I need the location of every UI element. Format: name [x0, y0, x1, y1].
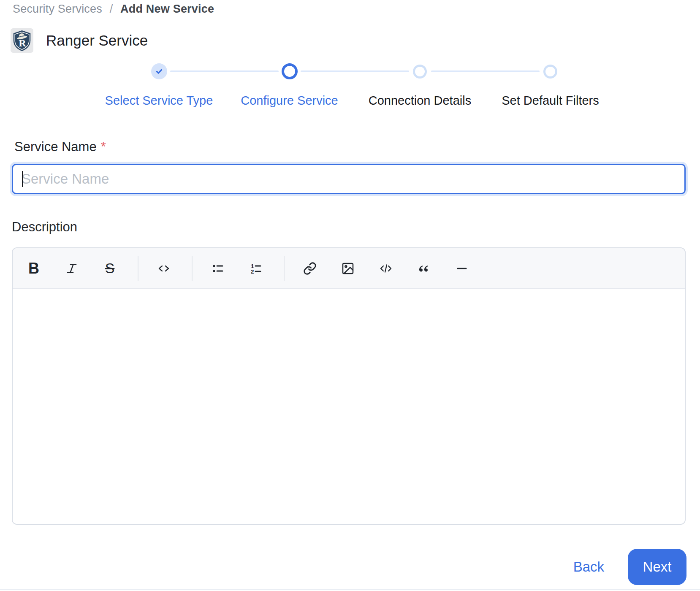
svg-text:2: 2 — [251, 268, 254, 275]
step-label: Select Service Type — [105, 94, 213, 108]
back-button[interactable]: Back — [573, 559, 604, 575]
image-button[interactable] — [336, 257, 360, 280]
step-active-circle — [282, 63, 298, 79]
breadcrumb-separator: / — [110, 3, 113, 15]
bullet-list-icon — [211, 262, 225, 275]
breadcrumb-parent-link[interactable]: Security Services — [13, 3, 102, 15]
description-label: Description — [12, 220, 77, 235]
inline-code-icon — [157, 262, 171, 275]
editor-toolbar: B S 1 2 — [13, 248, 685, 289]
step-completed-circle — [151, 63, 167, 79]
service-name-input[interactable] — [13, 165, 684, 193]
step-set-default-filters[interactable]: Set Default Filters — [485, 59, 616, 108]
step-upcoming-circle — [543, 65, 557, 79]
link-button[interactable] — [298, 257, 322, 280]
toolbar-divider — [284, 256, 285, 281]
step-upcoming-circle — [413, 65, 427, 79]
inline-code-button[interactable] — [152, 257, 176, 280]
italic-button[interactable] — [60, 257, 84, 280]
blockquote-icon — [417, 262, 431, 275]
text-caret — [22, 171, 23, 187]
ordered-list-button[interactable]: 1 2 — [244, 257, 268, 280]
step-label: Set Default Filters — [502, 94, 599, 108]
strikethrough-button[interactable]: S — [98, 257, 122, 280]
ranger-shield-logo-icon: R — [11, 28, 33, 53]
step-label: Configure Service — [241, 94, 338, 108]
step-select-service-type[interactable]: Select Service Type — [94, 59, 224, 108]
step-connection-details[interactable]: Connection Details — [355, 59, 485, 108]
horizontal-rule-icon — [455, 262, 469, 275]
bottom-divider — [0, 589, 700, 590]
next-button[interactable]: Next — [628, 549, 686, 585]
breadcrumb: Security Services / Add New Service — [13, 3, 214, 16]
description-editor-content[interactable] — [13, 289, 685, 524]
breadcrumb-current: Add New Service — [120, 3, 214, 15]
ordered-list-icon: 1 2 — [249, 262, 263, 275]
step-label: Connection Details — [369, 94, 471, 108]
image-icon — [341, 262, 355, 275]
blockquote-button[interactable] — [412, 257, 436, 280]
bold-button[interactable]: B — [22, 257, 46, 280]
page-title: Ranger Service — [46, 32, 148, 49]
code-block-button[interactable] — [374, 257, 398, 280]
service-name-field-wrapper — [12, 164, 686, 194]
wizard-footer: Back Next — [573, 549, 686, 585]
bullet-list-button[interactable] — [206, 257, 230, 280]
check-icon — [155, 67, 164, 76]
description-rich-text-editor: B S 1 2 — [12, 247, 686, 525]
italic-icon — [65, 262, 79, 275]
service-name-label-text: Service Name — [14, 139, 97, 154]
toolbar-divider — [138, 256, 138, 281]
link-icon — [303, 262, 317, 275]
wizard-stepper: Select Service Type Configure Service Co… — [94, 59, 616, 108]
required-asterisk: * — [101, 139, 106, 154]
page-header: R Ranger Service — [11, 28, 148, 53]
step-configure-service[interactable]: Configure Service — [224, 59, 355, 108]
toolbar-divider — [192, 256, 193, 281]
code-block-icon — [379, 262, 393, 275]
horizontal-rule-button[interactable] — [450, 257, 474, 280]
service-name-label: Service Name* — [14, 139, 106, 155]
